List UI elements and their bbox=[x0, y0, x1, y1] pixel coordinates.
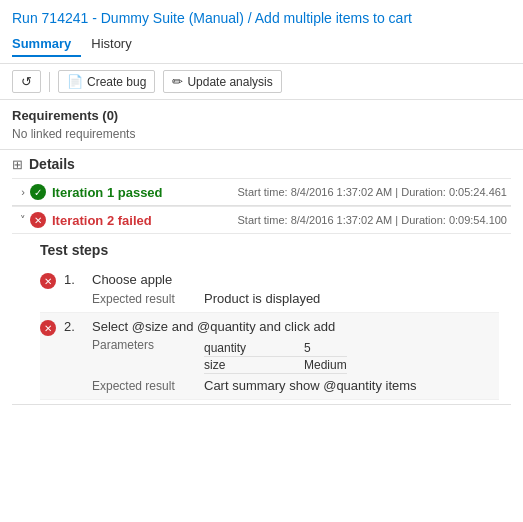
create-bug-button[interactable]: 📄 Create bug bbox=[58, 70, 155, 93]
iteration-1-block: › ✓ Iteration 1 passed Start time: 8/4/2… bbox=[12, 178, 511, 206]
step-1-expected: Expected result Product is displayed bbox=[92, 291, 499, 306]
step-2-number: 2. bbox=[64, 319, 84, 334]
param-row-size: size Medium bbox=[204, 357, 347, 374]
step-2-params-label: Parameters bbox=[92, 338, 192, 352]
requirements-title: Requirements (0) bbox=[12, 108, 511, 123]
step-1-status-icon: ✕ bbox=[40, 273, 56, 289]
iteration-2-row[interactable]: ˅ ✕ Iteration 2 failed Start time: 8/4/2… bbox=[12, 206, 511, 233]
edit-icon: ✏ bbox=[172, 74, 183, 89]
test-step-1: ✕ 1. Choose apple Expected result Produc… bbox=[40, 266, 499, 313]
bug-icon: 📄 bbox=[67, 74, 83, 89]
iteration-2-label: Iteration 2 failed bbox=[52, 213, 182, 228]
details-section: ⊞ Details › ✓ Iteration 1 passed Start t… bbox=[0, 150, 523, 405]
step-2-action: Select @size and @quantity and click add bbox=[92, 319, 499, 334]
requirements-section: Requirements (0) No linked requirements bbox=[0, 100, 523, 150]
step-1-action: Choose apple bbox=[92, 272, 499, 287]
iteration-1-expand-icon: › bbox=[16, 186, 30, 198]
test-steps-section: Test steps ✕ 1. Choose apple Expected re… bbox=[12, 233, 511, 404]
app-container: Run 714241 - Dummy Suite (Manual) / Add … bbox=[0, 0, 523, 405]
tab-bar: Summary History bbox=[12, 32, 511, 57]
param-quantity-value: 5 bbox=[304, 341, 311, 355]
iteration-1-label: Iteration 1 passed bbox=[52, 185, 182, 200]
iteration-2-status-icon: ✕ bbox=[30, 212, 46, 228]
iteration-2-meta: Start time: 8/4/2016 1:37:02 AM | Durati… bbox=[238, 214, 511, 226]
tab-summary[interactable]: Summary bbox=[12, 32, 81, 57]
details-expand-icon[interactable]: ⊞ bbox=[12, 157, 23, 172]
update-analysis-button[interactable]: ✏ Update analysis bbox=[163, 70, 281, 93]
no-requirements-text: No linked requirements bbox=[12, 127, 511, 141]
param-size-value: Medium bbox=[304, 358, 347, 372]
iteration-1-row[interactable]: › ✓ Iteration 1 passed Start time: 8/4/2… bbox=[12, 178, 511, 205]
step-1-content: Choose apple Expected result Product is … bbox=[92, 272, 499, 306]
step-2-expected-value: Cart summary show @quantity items bbox=[204, 378, 417, 393]
step-2-params: Parameters quantity 5 size Medium bbox=[92, 338, 499, 374]
toolbar-separator bbox=[49, 72, 50, 92]
step-2-content: Select @size and @quantity and click add… bbox=[92, 319, 499, 393]
iteration-2-block: ˅ ✕ Iteration 2 failed Start time: 8/4/2… bbox=[12, 206, 511, 405]
step-2-status-icon: ✕ bbox=[40, 320, 56, 336]
test-step-2: ✕ 2. Select @size and @quantity and clic… bbox=[40, 313, 499, 400]
details-title: Details bbox=[29, 156, 75, 172]
toolbar: ↺ 📄 Create bug ✏ Update analysis bbox=[0, 64, 523, 100]
test-steps-title: Test steps bbox=[40, 242, 499, 258]
page-title: Run 714241 - Dummy Suite (Manual) / Add … bbox=[12, 10, 511, 26]
step-2-expected: Expected result Cart summary show @quant… bbox=[92, 378, 499, 393]
step-1-number: 1. bbox=[64, 272, 84, 287]
refresh-icon: ↺ bbox=[21, 74, 32, 89]
step-2-params-table: quantity 5 size Medium bbox=[204, 340, 347, 374]
param-row-quantity: quantity 5 bbox=[204, 340, 347, 357]
step-1-expected-label: Expected result bbox=[92, 292, 192, 306]
iteration-1-meta: Start time: 8/4/2016 1:37:02 AM | Durati… bbox=[238, 186, 511, 198]
iteration-2-expand-icon: ˅ bbox=[16, 214, 30, 227]
param-size-name: size bbox=[204, 358, 284, 372]
tab-history[interactable]: History bbox=[91, 32, 141, 57]
param-quantity-name: quantity bbox=[204, 341, 284, 355]
step-2-expected-label: Expected result bbox=[92, 379, 192, 393]
header: Run 714241 - Dummy Suite (Manual) / Add … bbox=[0, 0, 523, 64]
details-header: ⊞ Details bbox=[12, 156, 511, 172]
step-1-expected-value: Product is displayed bbox=[204, 291, 320, 306]
refresh-button[interactable]: ↺ bbox=[12, 70, 41, 93]
iteration-1-status-icon: ✓ bbox=[30, 184, 46, 200]
